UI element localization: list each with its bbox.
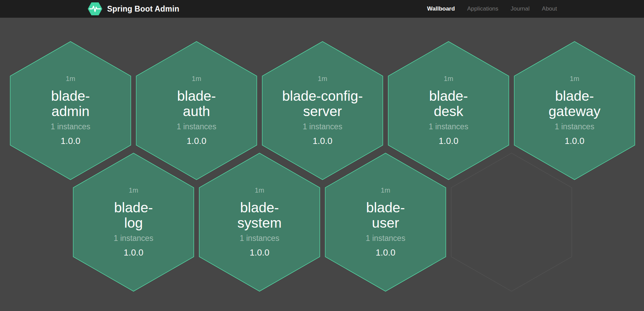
app-name: blade-config- server: [282, 88, 363, 119]
nav-item-about[interactable]: About: [542, 5, 557, 12]
app-instances: 1 instances: [177, 122, 216, 131]
app-instances: 1 instances: [240, 234, 279, 243]
app-name: blade- system: [237, 200, 282, 230]
brand[interactable]: Spring Boot Admin: [87, 2, 179, 16]
hexagon-outline-shape: [451, 153, 572, 291]
app-version: 1.0.0: [313, 136, 332, 146]
main-nav: Wallboard Applications Journal About: [427, 5, 557, 12]
app-instances: 1 instances: [303, 122, 342, 131]
hexagon-content: 1m blade- system 1 instances 1.0.0: [199, 153, 320, 291]
app-uptime: 1m: [66, 75, 75, 83]
nav-item-journal[interactable]: Journal: [511, 5, 530, 12]
app-version: 1.0.0: [439, 136, 458, 146]
app-instances: 1 instances: [51, 122, 90, 131]
app-uptime: 1m: [318, 75, 327, 83]
app-instances: 1 instances: [429, 122, 468, 131]
hexagon-content: 1m blade- user 1 instances 1.0.0: [325, 153, 446, 291]
app-version: 1.0.0: [61, 136, 80, 146]
app-uptime: 1m: [192, 75, 201, 83]
nav-item-wallboard[interactable]: Wallboard: [427, 5, 455, 12]
app-uptime: 1m: [255, 186, 264, 194]
app-name: blade- user: [366, 200, 405, 230]
app-name: blade- admin: [51, 88, 90, 119]
app-name: blade- gateway: [549, 88, 601, 119]
app-name: blade- log: [114, 200, 153, 230]
app-title: Spring Boot Admin: [107, 4, 179, 14]
app-instances: 1 instances: [555, 122, 594, 131]
app-name: blade- desk: [429, 88, 468, 119]
empty-hexagon-slot: [451, 153, 572, 291]
app-uptime: 1m: [570, 75, 579, 83]
app-uptime: 1m: [129, 186, 138, 194]
app-instances: 1 instances: [366, 234, 405, 243]
nav-item-applications[interactable]: Applications: [467, 5, 499, 12]
app-uptime: 1m: [381, 186, 390, 194]
app-name: blade- auth: [177, 88, 216, 119]
navbar-container: Spring Boot Admin Wallboard Applications…: [87, 0, 557, 18]
top-navbar: Spring Boot Admin Wallboard Applications…: [0, 0, 644, 18]
app-version: 1.0.0: [376, 247, 395, 258]
app-uptime: 1m: [444, 75, 453, 83]
app-hexagon-blade-user[interactable]: 1m blade- user 1 instances 1.0.0: [325, 153, 446, 291]
app-instances: 1 instances: [114, 234, 153, 243]
hexagon-content: 1m blade- log 1 instances 1.0.0: [73, 153, 194, 291]
app-version: 1.0.0: [565, 136, 584, 146]
app-hexagon-blade-system[interactable]: 1m blade- system 1 instances 1.0.0: [199, 153, 320, 291]
spring-boot-admin-logo-icon: [87, 2, 103, 16]
app-version: 1.0.0: [124, 247, 143, 258]
app-version: 1.0.0: [250, 247, 269, 258]
wallboard-canvas: 1m blade- admin 1 instances 1.0.0 1m bla…: [0, 18, 644, 311]
app-version: 1.0.0: [187, 136, 206, 146]
app-hexagon-blade-log[interactable]: 1m blade- log 1 instances 1.0.0: [73, 153, 194, 291]
